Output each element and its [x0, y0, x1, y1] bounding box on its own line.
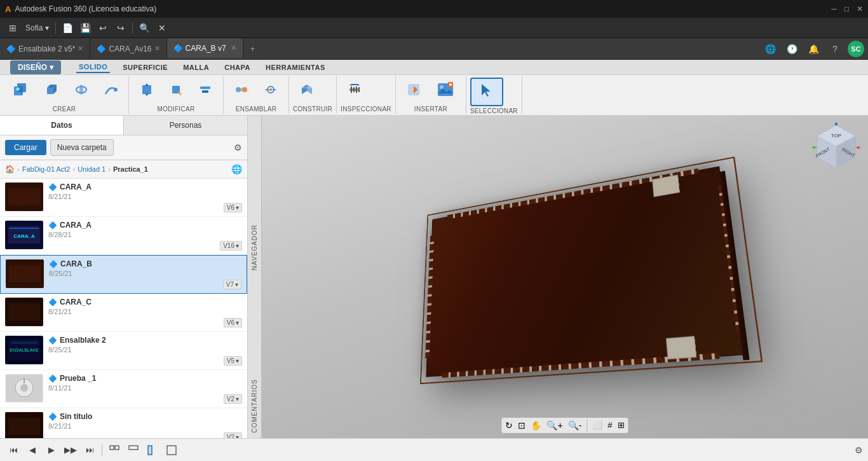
ribbon-tab-chapa[interactable]: CHAPA — [222, 62, 253, 72]
frame-select-3[interactable] — [144, 442, 161, 458]
extrusion-icon — [45, 83, 59, 100]
zoom-out-icon[interactable]: 🔍- — [567, 419, 583, 432]
tab-cara-av16[interactable]: 🔷 CARA_Av16 ✕ — [90, 38, 166, 59]
svg-text:ENSALBLAKE: ENSALBLAKE — [10, 348, 39, 352]
perspective-icon[interactable]: ⊞ — [616, 419, 626, 432]
ribbon-tab-superficie[interactable]: SUPERFICIE — [120, 62, 170, 72]
file-version[interactable]: V5 ▾ — [224, 356, 242, 366]
settings-button[interactable]: ⚙ — [855, 445, 863, 455]
close-toolbar-button[interactable]: ✕ — [153, 19, 171, 37]
svg-point-9 — [114, 88, 118, 92]
tab-ensalblake[interactable]: 🔷 Ensalblake 2 v5* ✕ — [0, 38, 90, 59]
file-version[interactable]: V6 ▾ — [224, 203, 242, 212]
breadcrumb-item-unidad[interactable]: Unidad 1 — [78, 165, 105, 173]
tab-datos[interactable]: Datos — [0, 116, 124, 135]
play-prev-button[interactable]: ◀ — [24, 442, 41, 458]
medir-btn[interactable] — [341, 81, 369, 101]
extrusion-btn[interactable] — [38, 81, 66, 101]
plano-btn[interactable] — [293, 81, 321, 101]
ensamblar-comp-btn[interactable] — [227, 81, 255, 101]
nueva-carpeta-button[interactable]: Nueva carpeta — [50, 139, 114, 156]
history-icon[interactable]: 🕐 — [783, 40, 801, 58]
separator: › — [108, 165, 111, 173]
pan-icon[interactable]: ✋ — [529, 419, 543, 432]
nuevo-componente-btn[interactable] — [4, 79, 37, 104]
seleccionar-btn[interactable] — [470, 78, 503, 106]
close-button[interactable]: ✕ — [857, 4, 863, 13]
mover-btn[interactable] — [162, 81, 190, 101]
medir-icon — [348, 83, 362, 100]
zoom-in-icon[interactable]: 🔍+ — [545, 419, 564, 432]
play-button[interactable]: ▶ — [43, 442, 60, 458]
presion-tirar-btn[interactable] — [133, 81, 161, 101]
breadcrumb-item-fabdig[interactable]: FabDig-01 Act2 — [22, 165, 71, 173]
search-button[interactable]: 🔍 — [135, 19, 153, 37]
viewport-tools: ↻ ⊡ ✋ 🔍+ 🔍- ⬜ # ⊞ — [501, 418, 628, 433]
alinear-btn[interactable] — [191, 81, 219, 101]
help-icon[interactable]: ? — [826, 40, 844, 58]
insertar-mcad-btn[interactable] — [400, 81, 428, 101]
file-item-cara-a2[interactable]: CARA_A 🔷 CARA_A 8/28/21 V16 ▾ — [0, 217, 247, 255]
file-item-cara-a1[interactable]: 🔷 CARA_A 8/21/21 V6 ▾ — [0, 179, 247, 217]
insertar-title: INSERTAR — [414, 104, 447, 113]
file-item-ensalblake[interactable]: ENSALBLAKE 🔷 Ensalblake 2 8/25/21 V5 ▾ — [0, 332, 247, 370]
board-face — [426, 166, 743, 376]
home-icon[interactable]: 🏠 — [5, 165, 15, 174]
play-first-button[interactable]: ⏮ — [5, 442, 22, 458]
design-button[interactable]: DISEÑO ▾ — [10, 60, 61, 74]
revolucion-btn[interactable] — [67, 81, 95, 101]
frame-select-1[interactable] — [106, 442, 123, 458]
tab-personas[interactable]: Personas — [124, 116, 247, 135]
file-item-sin-titulo[interactable]: 🔷 Sin título 8/21/21 V2 ▾ — [0, 408, 247, 438]
file-item-cara-b[interactable]: 🔷 CARA_B 8/25/21 V7 ▾ — [0, 255, 247, 294]
minimize-button[interactable]: ─ — [831, 4, 837, 13]
grid-icon[interactable]: # — [606, 419, 613, 432]
navigator-label[interactable]: NAVEGADOR — [251, 224, 258, 270]
globe-icon[interactable]: 🌐 — [231, 164, 242, 174]
redo-button[interactable]: ↪ — [112, 19, 130, 37]
bell-icon[interactable]: 🔔 — [804, 40, 822, 58]
frame-select-2[interactable] — [125, 442, 142, 458]
file-item-cara-c[interactable]: 🔷 CARA_C 8/21/21 V6 ▾ — [0, 294, 247, 332]
separator2 — [132, 22, 133, 34]
cargar-button[interactable]: Cargar — [5, 140, 46, 155]
navigator-side-panel: NAVEGADOR COMENTARIOS — [248, 116, 262, 438]
play-next-button[interactable]: ▶▶ — [62, 442, 79, 458]
insertar-imagen-btn[interactable] — [429, 78, 462, 104]
file-version[interactable]: V2 ▾ — [224, 394, 242, 404]
file-version[interactable]: V6 ▾ — [224, 318, 242, 327]
frame-select-4[interactable] — [163, 442, 180, 458]
settings-icon[interactable]: ⚙ — [234, 142, 242, 153]
undo-button[interactable]: ↩ — [94, 19, 112, 37]
viewcube[interactable]: TOP RIGHT FRONT — [811, 122, 862, 173]
display-mode-icon[interactable]: ⬜ — [591, 419, 604, 432]
insertar-imagen-icon — [437, 81, 454, 102]
file-version[interactable]: V2 ▾ — [224, 432, 242, 438]
tab-close-button[interactable]: ✕ — [154, 45, 160, 53]
articulacion-btn[interactable] — [257, 81, 285, 101]
tab-cara-bv7[interactable]: 🔷 CARA_B v7 ✕ — [167, 38, 243, 59]
add-tab-button[interactable]: + — [243, 38, 262, 59]
save-button[interactable]: 💾 — [76, 19, 94, 37]
file-item-prueba[interactable]: 🔷 Prueba _1 8/11/21 V2 ▾ — [0, 370, 247, 408]
play-last-button[interactable]: ⏭ — [81, 442, 98, 458]
file-version[interactable]: V7 ▾ — [223, 280, 241, 289]
maximize-button[interactable]: □ — [844, 4, 849, 13]
fit-icon[interactable]: ⊡ — [517, 419, 527, 432]
barrido-btn[interactable] — [97, 81, 125, 101]
comments-label[interactable]: COMENTARIOS — [251, 379, 258, 433]
user-menu[interactable]: Sofia ▾ — [22, 22, 53, 34]
ribbon-tab-herramientas[interactable]: HERRAMIENTAS — [263, 62, 328, 72]
file-version[interactable]: V16 ▾ — [220, 241, 242, 251]
notification-icon[interactable]: 🌐 — [761, 40, 779, 58]
svg-rect-15 — [202, 90, 208, 93]
viewport[interactable]: TOP RIGHT FRONT ↻ ⊡ ✋ 🔍+ 🔍- ⬜ # ⊞ — [262, 116, 868, 438]
ribbon-tab-malla[interactable]: MALLA — [180, 62, 212, 72]
tab-close-button[interactable]: ✕ — [78, 45, 83, 53]
tab-close-button[interactable]: ✕ — [231, 44, 236, 52]
orbit-icon[interactable]: ↻ — [504, 419, 514, 432]
svg-text:CARA_A: CARA_A — [13, 233, 35, 239]
apps-button[interactable]: ⊞ — [4, 19, 22, 37]
new-file-button[interactable]: 📄 — [58, 19, 76, 37]
ribbon-tab-solido[interactable]: SOLIDO — [76, 62, 110, 73]
